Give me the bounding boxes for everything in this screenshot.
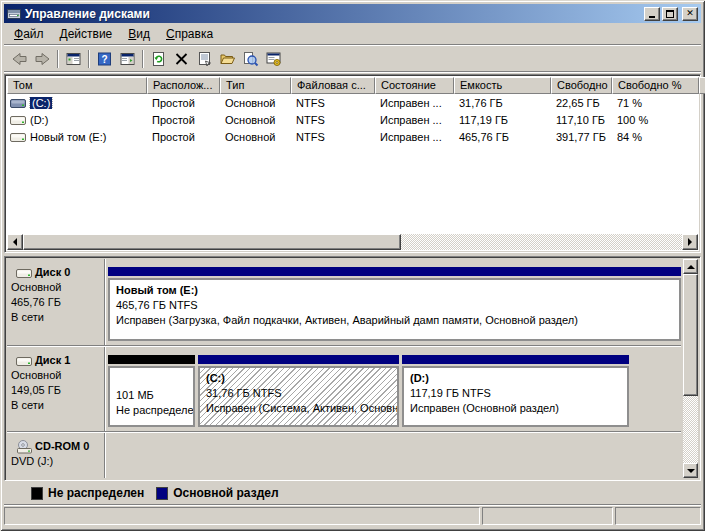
menu-help[interactable]: Справка: [158, 25, 221, 44]
cdrom-letter: DVD (J:): [11, 454, 102, 469]
maximize-button[interactable]: [662, 7, 678, 21]
partition-d[interactable]: (D:) 117,19 ГБ NTFS Исправен (Основной р…: [402, 355, 629, 427]
scroll-up-icon: [687, 265, 695, 269]
column-header-free[interactable]: Свободно: [551, 77, 612, 94]
disk-icon: [16, 355, 33, 367]
scroll-right-button[interactable]: [682, 234, 698, 250]
disk-size: 149,05 ГБ: [11, 383, 102, 398]
disk-1-label[interactable]: Диск 1 Основной 149,05 ГБ В сети: [7, 347, 104, 431]
show-console-tree-button[interactable]: [62, 48, 85, 70]
cdrom-0-label[interactable]: CD-ROM 0 DVD (J:) Н: [7, 433, 104, 478]
toolbar-separator: [57, 50, 59, 68]
volume-row-d[interactable]: (D:) Простой Основной NTFS Исправен ... …: [7, 111, 698, 128]
svg-text:?: ?: [101, 54, 107, 65]
volume-label-e[interactable]: Новый том (E:): [30, 131, 106, 143]
horizontal-scroll-track[interactable]: [401, 234, 682, 250]
scroll-down-button[interactable]: [683, 463, 698, 478]
partition-c-box-selected[interactable]: (C:) 31,76 ГБ NTFS Исправен (Система, Ак…: [198, 366, 399, 427]
partition-color-strip: [402, 355, 629, 364]
scroll-up-button[interactable]: [683, 259, 698, 274]
column-header-filesystem[interactable]: Файловая с...: [291, 77, 375, 94]
column-header-filler: [699, 77, 705, 94]
column-header-volume[interactable]: Том: [7, 77, 147, 94]
partition-unallocated-box[interactable]: 101 МБ Не распределе: [108, 366, 195, 427]
cell-status: Исправен ...: [375, 97, 454, 109]
status-panel-2: [482, 507, 613, 525]
partition-size: 31,76 ГБ NTFS: [206, 386, 397, 401]
disk-status: В сети: [11, 310, 102, 325]
column-header-capacity[interactable]: Емкость: [454, 77, 551, 94]
cell-status: Исправен ...: [375, 131, 454, 143]
partition-status: Исправен (Загрузка, Файл подкачки, Актив…: [116, 313, 679, 328]
cell-layout: Простой: [147, 131, 220, 143]
toolbar-separator: [88, 50, 90, 68]
partition-c[interactable]: (C:) 31,76 ГБ NTFS Исправен (Система, Ак…: [198, 355, 399, 427]
legend-status-divider: [4, 504, 701, 506]
disk-icon: [16, 267, 33, 279]
partition-size: 465,76 ГБ NTFS: [116, 298, 679, 313]
minimize-button[interactable]: [644, 7, 660, 21]
show-action-pane-button[interactable]: [116, 48, 139, 70]
delete-x-icon: [173, 51, 190, 67]
graphical-view-pane: Диск 0 Основной 465,76 ГБ В сети Новый т…: [4, 256, 701, 481]
partition-e-box[interactable]: Новый том (E:) 465,76 ГБ NTFS Исправен (…: [108, 278, 681, 341]
cdrom-0-row: CD-ROM 0 DVD (J:) Н: [7, 433, 681, 478]
cell-free: 391,77 ГБ: [551, 131, 612, 143]
legend-unallocated-label: Не распределен: [48, 486, 144, 500]
cell-fs: NTFS: [291, 97, 375, 109]
properties-button[interactable]: [193, 48, 216, 70]
delete-button[interactable]: [170, 48, 193, 70]
legend-primary-partition: Основной раздел: [156, 486, 278, 500]
volume-list-pane: Том Располож... Тип Файловая с... Состоя…: [4, 74, 701, 253]
scroll-down-icon: [687, 469, 695, 473]
cdrom-icon: [16, 440, 33, 454]
menu-action[interactable]: Действие: [52, 25, 121, 44]
help-icon: ?: [96, 51, 113, 67]
legend-primary-swatch: [156, 487, 168, 500]
close-button[interactable]: ✕: [682, 7, 698, 21]
partition-e[interactable]: Новый том (E:) 465,76 ГБ NTFS Исправен (…: [108, 267, 681, 341]
open-folder-icon: [219, 51, 236, 67]
volume-row-c[interactable]: (C:) Простой Основной NTFS Исправен ... …: [7, 94, 698, 111]
scroll-left-button[interactable]: [7, 234, 23, 250]
partition-d-box[interactable]: (D:) 117,19 ГБ NTFS Исправен (Основной р…: [402, 366, 629, 427]
back-button[interactable]: [8, 48, 31, 70]
menu-file[interactable]: Файл: [6, 25, 52, 44]
column-header-free-pct[interactable]: Свободно %: [612, 77, 699, 94]
volume-label-c[interactable]: (C:): [30, 97, 52, 109]
titlebar: Управление дисками ✕: [4, 4, 701, 23]
disk-type: Основной: [11, 280, 102, 295]
vertical-scroll-track[interactable]: [683, 396, 698, 463]
refresh-button[interactable]: [147, 48, 170, 70]
horizontal-scroll-thumb[interactable]: [23, 234, 401, 250]
scroll-left-icon: [13, 238, 17, 246]
cell-type: Основной: [220, 97, 291, 109]
legend-unallocated: Не распределен: [31, 486, 144, 500]
volume-row-e[interactable]: Новый том (E:) Простой Основной NTFS Исп…: [7, 128, 698, 145]
partition-unallocated[interactable]: 101 МБ Не распределе: [108, 355, 195, 427]
partition-title: Новый том (E:): [116, 283, 679, 298]
help-button[interactable]: ?: [93, 48, 116, 70]
column-header-layout[interactable]: Располож...: [147, 77, 220, 94]
vertical-scroll-thumb[interactable]: [683, 274, 698, 396]
cell-layout: Простой: [147, 97, 220, 109]
volume-label-d[interactable]: (D:): [30, 114, 48, 126]
display-options-button[interactable]: [262, 48, 285, 70]
display-options-icon: [265, 51, 282, 67]
disk-name: Диск 1: [35, 353, 70, 368]
disk-name: Диск 0: [35, 265, 70, 280]
open-folder-button[interactable]: [216, 48, 239, 70]
forward-button[interactable]: [31, 48, 54, 70]
view-button[interactable]: [239, 48, 262, 70]
disk-0-label[interactable]: Диск 0 Основной 465,76 ГБ В сети: [7, 259, 104, 345]
status-panel-3: [615, 507, 701, 525]
disk-management-window: Управление дисками ✕ Файл Действие Вид С…: [0, 0, 705, 531]
column-header-status[interactable]: Состояние: [375, 77, 454, 94]
column-header-type[interactable]: Тип: [220, 77, 291, 94]
partition-color-strip: [108, 267, 681, 276]
partition-title: (C:): [206, 371, 397, 386]
menu-view[interactable]: Вид: [120, 25, 158, 44]
toolbar: ?: [4, 46, 701, 71]
partition-status: Не распределе: [116, 403, 193, 418]
cell-fs: NTFS: [291, 131, 375, 143]
